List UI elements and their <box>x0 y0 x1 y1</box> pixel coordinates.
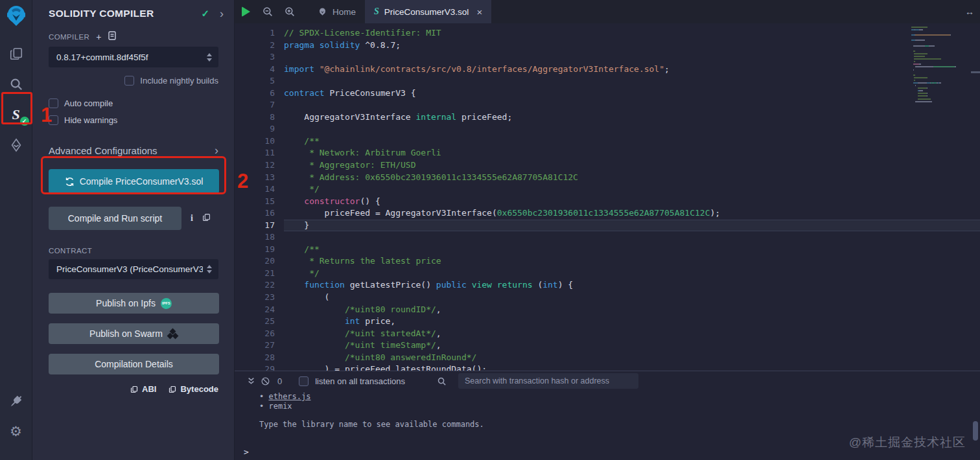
hide-warnings-checkbox[interactable] <box>49 115 58 125</box>
include-nightly-row: Include nightly builds <box>49 76 218 86</box>
publish-swarm-label: Publish on Swarm <box>89 328 163 339</box>
code-area[interactable]: // SPDX-License-Identifier: MITpragma so… <box>284 23 980 371</box>
compiler-doc-icon[interactable] <box>108 31 116 42</box>
compiler-success-badge: ✓ <box>20 117 29 126</box>
swarm-icon <box>168 329 178 339</box>
library-item-remix: remix <box>259 402 980 411</box>
auto-compile-row: Auto compile <box>49 98 218 108</box>
run-script-button[interactable] <box>235 0 257 23</box>
compilation-details-button[interactable]: Compilation Details <box>49 354 219 374</box>
compile-success-check-icon: ✓ <box>201 8 209 19</box>
tab-home[interactable]: Home <box>309 0 365 23</box>
advanced-configurations-label: Advanced Configurations <box>49 145 158 156</box>
watermark: @稀土掘金技术社区 <box>849 434 966 451</box>
listen-transactions-row: listen on all transactions <box>299 376 405 386</box>
compile-and-run-label: Compile and Run script <box>68 213 163 224</box>
listen-transactions-label: listen on all transactions <box>315 376 405 386</box>
copy-abi-icon <box>130 385 138 394</box>
zoom-in-button[interactable] <box>279 0 301 23</box>
copy-artifacts-row: ABI Bytecode <box>49 384 218 394</box>
close-tab-icon[interactable]: × <box>476 6 482 17</box>
tab-priceconsumerv3[interactable]: S PriceConsumerV3.sol × <box>365 0 491 23</box>
auto-compile-label: Auto compile <box>64 98 113 108</box>
panel-header: SOLIDITY COMPILER ✓ › <box>32 0 234 26</box>
solidity-file-icon: S <box>374 6 379 17</box>
remix-label: remix <box>268 402 292 411</box>
remix-logo-icon[interactable] <box>4 4 29 29</box>
publish-swarm-button[interactable]: Publish on Swarm <box>49 323 219 344</box>
zoom-out-button[interactable] <box>257 0 279 23</box>
library-item-ethers: ethers.js <box>259 392 980 402</box>
info-icon[interactable]: i <box>191 213 193 224</box>
main-area: Home S PriceConsumerV3.sol × ↔ 123456789… <box>235 0 980 460</box>
clear-console-icon[interactable] <box>258 376 272 386</box>
file-tab-label: PriceConsumerV3.sol <box>384 7 469 17</box>
include-nightly-label: Include nightly builds <box>140 76 218 86</box>
advanced-chevron-icon: › <box>215 144 218 156</box>
copy-abi-button[interactable]: ABI <box>130 384 156 394</box>
overview-ruler-mark <box>971 71 980 73</box>
settings-icon[interactable]: ⚙ <box>8 423 25 440</box>
compiler-version-select[interactable]: 0.8.17+commit.8df45f5f <box>49 47 218 67</box>
ethers-js-link[interactable]: ethers.js <box>268 392 310 401</box>
terminal-scrollbar-thumb[interactable] <box>973 421 978 441</box>
terminal-toolbar: 0 listen on all transactions <box>235 371 980 391</box>
abi-label: ABI <box>142 384 156 394</box>
publish-ipfs-label: Publish on Ipfs <box>96 298 156 308</box>
terminal-hint: Type the library name to see available c… <box>259 420 980 429</box>
copy-bytecode-icon <box>169 385 176 394</box>
compile-and-run-button[interactable]: Compile and Run script <box>49 207 181 230</box>
add-custom-compiler-icon[interactable]: + <box>96 32 102 42</box>
remix-ide-window: S✓ ⚙ SOLIDITY COMPILER ✓ › COMPILER + <box>0 0 980 460</box>
pending-tx-count: 0 <box>277 376 282 386</box>
hide-warnings-label: Hide warnings <box>64 115 117 125</box>
plugin-manager-icon[interactable] <box>8 393 25 409</box>
tab-bar: Home S PriceConsumerV3.sol × ↔ <box>235 0 980 23</box>
copy-bytecode-button[interactable]: Bytecode <box>169 384 218 394</box>
compiler-label: COMPILER <box>49 33 89 41</box>
code-editor[interactable]: 1234567891011121314151617181920212223242… <box>235 23 980 371</box>
minimap[interactable] <box>911 27 971 104</box>
compile-button-label: Compile PriceConsumerV3.sol <box>80 176 204 187</box>
compilation-details-label: Compilation Details <box>95 359 173 369</box>
include-nightly-checkbox[interactable] <box>124 76 134 86</box>
terminal-prompt[interactable]: > <box>244 447 249 457</box>
terminal-search-input[interactable] <box>458 373 638 389</box>
hide-warnings-row: Hide warnings <box>49 115 218 125</box>
deploy-run-icon[interactable] <box>8 137 25 154</box>
advanced-configurations-toggle[interactable]: Advanced Configurations › <box>49 144 218 156</box>
contract-select[interactable]: PriceConsumerV3 (PriceConsumerV3.s <box>49 259 218 279</box>
expand-terminal-icon[interactable] <box>244 376 258 385</box>
activity-bar: S✓ ⚙ <box>0 0 32 460</box>
file-explorer-icon[interactable] <box>8 45 25 62</box>
home-tab-label: Home <box>332 7 356 17</box>
play-icon <box>242 6 250 17</box>
copy-icon[interactable] <box>202 213 211 225</box>
compiler-version-value: 0.8.17+commit.8df45f5f <box>56 52 203 62</box>
solidity-compiler-panel: SOLIDITY COMPILER ✓ › COMPILER + 0.8.17+… <box>32 0 235 460</box>
home-remix-icon <box>318 7 327 17</box>
bytecode-label: Bytecode <box>180 384 218 394</box>
resize-horizontal-icon[interactable]: ↔ <box>965 0 980 23</box>
refresh-icon <box>65 177 75 187</box>
panel-collapse-chevron-icon[interactable]: › <box>220 8 224 19</box>
contract-section-label: CONTRACT <box>49 247 218 255</box>
contract-select-value: PriceConsumerV3 (PriceConsumerV3.s <box>56 264 203 274</box>
select-stepper-icon <box>207 53 212 62</box>
contract-stepper-icon <box>207 265 212 273</box>
auto-compile-checkbox[interactable] <box>49 98 58 108</box>
search-icon[interactable] <box>8 76 25 93</box>
editor-gutter: 1234567891011121314151617181920212223242… <box>235 23 284 371</box>
terminal-output: ethers.js remix Type the library name to… <box>235 391 980 429</box>
ipfs-badge-icon: IPFS <box>161 298 172 309</box>
contract-label: CONTRACT <box>49 247 92 255</box>
solidity-compiler-icon[interactable]: S✓ <box>8 106 25 123</box>
listen-transactions-checkbox[interactable] <box>299 376 309 386</box>
publish-ipfs-button[interactable]: Publish on Ipfs IPFS <box>49 293 219 314</box>
terminal-search-icon <box>435 376 449 386</box>
compile-button[interactable]: Compile PriceConsumerV3.sol <box>49 169 219 194</box>
panel-title: SOLIDITY COMPILER <box>49 8 201 19</box>
compiler-section-label: COMPILER + <box>49 31 218 42</box>
